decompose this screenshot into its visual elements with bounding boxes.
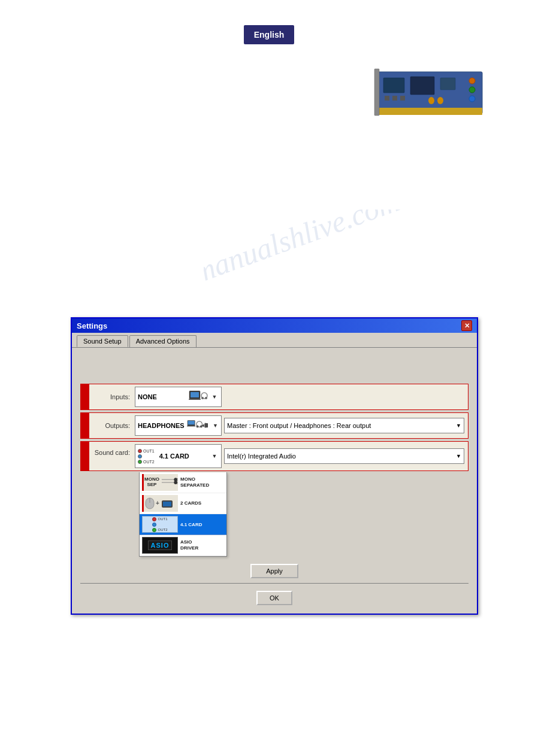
svg-rect-16	[189, 399, 201, 400]
outputs-section: Outputs: HEADPHONES	[80, 412, 468, 439]
soundcard-device-dropdown[interactable]: Intel(r) Integrated Audio ▼	[224, 448, 464, 464]
dropdown-item-asio[interactable]: ASIO ASIODRIVER	[140, 535, 226, 556]
svg-rect-15	[191, 392, 199, 397]
soundcard-label: Sound card:	[93, 444, 135, 456]
outputs-text-dropdown-arrow: ▼	[456, 423, 461, 429]
svg-point-5	[469, 78, 475, 84]
outputs-text-dropdown-value: Master : Front output / Headphones : Rea…	[227, 422, 456, 429]
dot-out2-label: OUT2	[143, 460, 155, 464]
inputs-row: Inputs: NONE	[89, 384, 468, 410]
outputs-control: HEADPHONES	[135, 415, 464, 436]
dialog-title: Settings	[77, 321, 107, 330]
svg-point-12	[428, 97, 434, 104]
dialog-close-button[interactable]: ✕	[461, 320, 472, 331]
soundcard-row: Sound card: OUT1	[89, 441, 468, 471]
2cards-label: 2 CARDS	[180, 500, 201, 506]
svg-point-13	[437, 97, 443, 104]
dropdown-item-2cards[interactable]: + 2 CARDS	[140, 493, 226, 514]
language-badge: English	[244, 25, 294, 44]
inputs-label: Inputs:	[93, 393, 135, 400]
svg-text:OUT2: OUT2	[177, 482, 178, 485]
dot-out1-label: OUT1	[143, 449, 155, 453]
4card-icon: OUT1 OUT2	[142, 516, 178, 533]
asio-label: ASIODRIVER	[180, 539, 198, 551]
asio-logo-text: ASIO	[148, 541, 173, 550]
svg-text:OUT1: OUT1	[177, 478, 178, 481]
tab-advanced-options[interactable]: Advanced Options	[129, 335, 197, 347]
dialog-body: Inputs: NONE	[72, 348, 477, 614]
soundcard-icon-dropdown[interactable]: OUT1 OUT2 4.1 CARD	[135, 444, 222, 468]
mono-sep-icon: MONOSEP OUT1 OUT2	[142, 474, 178, 491]
soundcard-control: OUT1 OUT2 4.1 CARD	[135, 444, 464, 468]
inputs-dropdown-text: NONE	[138, 393, 186, 400]
watermark-text: manualshlive.com	[204, 210, 425, 290]
4card-dot-red	[152, 517, 156, 521]
mono-sep-label: MONOSEPARATED	[180, 476, 209, 488]
asio-icon: ASIO	[142, 537, 178, 554]
soundcard-section: Sound card: OUT1	[80, 441, 468, 557]
language-label: English	[254, 30, 285, 40]
apply-button[interactable]: Apply	[250, 564, 298, 578]
outputs-dropdown-arrow: ▼	[212, 423, 219, 429]
dialog-tabs: Sound Setup Advanced Options	[72, 333, 477, 348]
soundcard-red-indicator	[80, 441, 89, 471]
svg-point-19	[205, 397, 207, 399]
dialog-divider	[80, 583, 468, 584]
2cards-icon: +	[142, 495, 178, 512]
inputs-dropdown[interactable]: NONE ▼	[135, 387, 222, 407]
svg-rect-2	[383, 78, 404, 93]
dot-blue	[138, 454, 142, 459]
apply-button-container: Apply	[80, 559, 468, 581]
tab-sound-setup[interactable]: Sound Setup	[77, 335, 128, 347]
4card-out2: OUT2	[158, 528, 167, 532]
svg-point-18	[201, 397, 204, 399]
inputs-icon	[189, 390, 208, 404]
mono-sep-svg: OUT1 OUT2	[161, 476, 178, 488]
soundcard-image	[371, 60, 491, 126]
outputs-icons	[187, 418, 210, 433]
outputs-dropdown[interactable]: HEADPHONES	[135, 415, 222, 436]
svg-point-25	[200, 426, 202, 428]
inputs-section: Inputs: NONE	[80, 384, 468, 410]
inputs-dropdown-arrow: ▼	[210, 394, 219, 400]
inputs-red-indicator	[80, 384, 89, 410]
4card-label: 4.1 CARD	[180, 522, 202, 527]
svg-rect-3	[410, 77, 434, 95]
svg-rect-38	[163, 502, 171, 506]
svg-point-6	[469, 87, 475, 93]
svg-point-7	[469, 96, 475, 102]
soundcard-device-arrow: ▼	[456, 453, 461, 459]
4card-dot-blue	[152, 523, 156, 527]
outputs-text-dropdown[interactable]: Master : Front output / Headphones : Rea…	[224, 418, 464, 433]
dot-green	[138, 460, 142, 464]
soundcard-dots: OUT1 OUT2	[138, 449, 155, 464]
tab-content-spacer	[80, 354, 468, 384]
svg-rect-10	[392, 96, 397, 101]
svg-rect-9	[385, 96, 389, 101]
watermark-overlay: manualshlive.com	[204, 210, 443, 329]
svg-rect-22	[187, 426, 195, 427]
soundcard-dropdown-text: 4.1 CARD	[159, 453, 208, 460]
dropdown-item-mono[interactable]: MONOSEP OUT1 OUT2 MONOSEPARATED	[140, 472, 226, 493]
ok-button[interactable]: OK	[256, 591, 292, 605]
outputs-red-indicator	[80, 412, 89, 439]
soundcard-dropdown-popup: MONOSEP OUT1 OUT2 MONOSEPARATED	[139, 472, 227, 557]
outputs-row: Outputs: HEADPHONES	[89, 412, 468, 439]
4card-dot-green	[152, 528, 156, 532]
dialog-titlebar: Settings ✕	[72, 318, 477, 333]
svg-rect-21	[188, 421, 194, 424]
inputs-control: NONE ▼	[135, 387, 464, 407]
outputs-dropdown-text: HEADPHONES	[138, 422, 185, 429]
outputs-label: Outputs:	[93, 422, 135, 429]
settings-dialog: Settings ✕ Sound Setup Advanced Options …	[71, 317, 478, 615]
svg-rect-4	[440, 78, 455, 90]
soundcard-device-value: Intel(r) Integrated Audio	[227, 453, 456, 460]
mono-sep-icon-text: MONOSEP	[144, 477, 159, 488]
svg-point-24	[196, 426, 198, 428]
dropdown-item-4card[interactable]: OUT1 OUT2 4.1 CARD	[140, 514, 226, 535]
4card-out1: OUT1	[158, 517, 167, 521]
svg-rect-11	[400, 96, 405, 101]
2cards-svg: +	[144, 496, 177, 511]
svg-rect-8	[374, 69, 379, 116]
soundcard-dropdown-arrow: ▼	[210, 453, 219, 459]
